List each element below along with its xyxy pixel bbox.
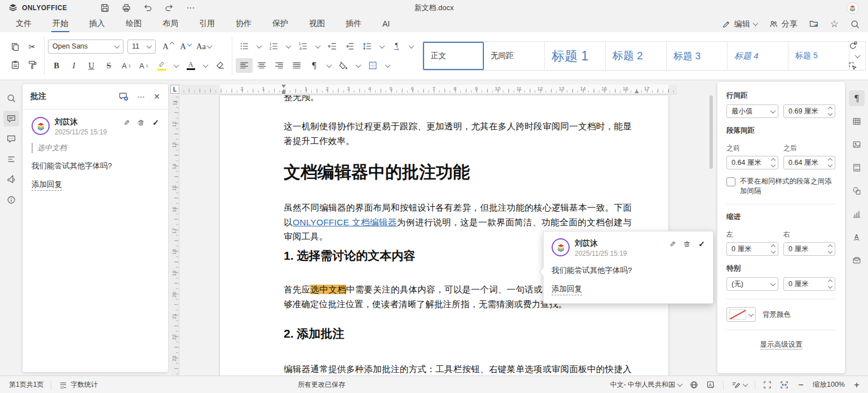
tab-view[interactable]: 视图 <box>308 16 326 32</box>
checkbox[interactable] <box>726 177 735 186</box>
subscript-button[interactable]: A1 <box>135 58 152 73</box>
navigation-panel-button[interactable] <box>3 151 19 167</box>
bold-button[interactable]: B <box>48 58 65 73</box>
paragraph-settings-button[interactable]: ¶ <box>849 90 865 106</box>
line-spacing-dropdown[interactable] <box>376 39 387 54</box>
user-avatar[interactable] <box>847 3 858 14</box>
align-center-button[interactable] <box>253 58 270 73</box>
open-file-location-button[interactable] <box>809 19 819 29</box>
tab-insert[interactable]: 插入 <box>88 16 106 32</box>
redo-button[interactable] <box>162 2 176 14</box>
tab-ai[interactable]: AI <box>381 16 391 32</box>
fit-width-button[interactable] <box>779 380 789 390</box>
line-spacing-select[interactable]: 最小值 <box>726 104 778 118</box>
page-indicator[interactable]: 第1页共1页 <box>9 380 43 390</box>
style-heading1[interactable]: 标题 1 <box>545 42 606 70</box>
resolve-comment-button[interactable]: ✓ <box>698 239 705 248</box>
spinner-down-icon[interactable] <box>828 249 832 254</box>
favorite-button[interactable]: ☆ <box>830 18 839 30</box>
line-spacing-button[interactable] <box>359 39 376 54</box>
image-settings-button[interactable] <box>849 137 865 152</box>
comments-more-button[interactable]: ⋯ <box>137 92 145 101</box>
show-paragraph-marks-button[interactable]: ¶ <box>306 58 323 73</box>
highlight-color-dropdown[interactable] <box>170 58 182 73</box>
scrollbar-thumb[interactable] <box>710 95 713 169</box>
header-footer-settings-button[interactable] <box>849 160 865 176</box>
set-language-button[interactable] <box>689 380 699 390</box>
special-indent-select[interactable]: (无) <box>726 277 778 291</box>
zoom-out-button[interactable]: − <box>796 380 805 390</box>
shading-dropdown[interactable] <box>353 58 364 73</box>
font-size-select[interactable]: 11 <box>127 40 156 54</box>
align-left-button[interactable] <box>236 58 253 73</box>
superscript-button[interactable]: A1 <box>118 58 135 73</box>
text-art-settings-button[interactable]: A <box>849 229 865 245</box>
style-heading5[interactable]: 标题 5 <box>788 42 849 70</box>
bullet-list-button[interactable] <box>236 39 253 54</box>
editing-mode-button[interactable]: 编辑 <box>722 19 757 29</box>
paragraph-marks-dropdown[interactable] <box>323 58 334 73</box>
tab-draw[interactable]: 绘图 <box>125 16 143 32</box>
undo-button[interactable] <box>141 2 155 14</box>
increase-indent-button[interactable] <box>341 39 358 54</box>
increase-font-size-button[interactable]: A <box>160 39 177 54</box>
tab-layout[interactable]: 布局 <box>161 16 179 32</box>
print-button[interactable] <box>120 2 133 14</box>
tab-file[interactable]: 文件 <box>15 16 33 32</box>
style-heading3[interactable]: 标题 3 <box>667 42 728 70</box>
font-name-select[interactable]: Open Sans <box>48 40 124 54</box>
left-indent-box-marker[interactable] <box>282 92 285 94</box>
paste-button[interactable] <box>7 58 24 72</box>
line-spacing-value-spinner[interactable]: 0.69 厘米 <box>783 104 835 118</box>
font-color-dropdown[interactable] <box>200 58 211 73</box>
style-no-spacing[interactable]: 无间距 <box>484 42 545 70</box>
add-reply-link[interactable]: 添加回复 <box>552 284 582 295</box>
font-color-button[interactable]: A <box>182 58 199 73</box>
right-indent-marker[interactable] <box>635 90 639 93</box>
align-right-button[interactable] <box>271 58 288 73</box>
about-button[interactable] <box>3 192 19 208</box>
replace-button[interactable] <box>844 38 861 53</box>
word-count-button[interactable]: 12 字数统计 <box>59 380 98 390</box>
table-settings-button[interactable] <box>849 113 865 129</box>
multilevel-list-button[interactable]: 1a <box>294 39 311 54</box>
add-comment-button[interactable] <box>118 91 129 102</box>
commented-highlight[interactable]: 选中文档 <box>310 285 346 294</box>
comments-close-button[interactable]: ✕ <box>153 92 160 101</box>
borders-button[interactable] <box>364 58 381 73</box>
horizontal-ruler[interactable]: 211234567891011121314151617 <box>180 85 677 94</box>
track-changes-button[interactable] <box>731 380 747 390</box>
italic-button[interactable]: I <box>65 58 82 73</box>
shading-button[interactable] <box>335 58 352 73</box>
style-heading4[interactable]: 标题 4 <box>728 42 788 70</box>
comment-popup[interactable]: 刘苡沐 2025/11/25 15:19 ✎ ✓ 我们能尝试其他字体吗? 添加回… <box>543 231 713 304</box>
tab-references[interactable]: 引用 <box>198 16 216 32</box>
align-justify-button[interactable] <box>288 58 305 73</box>
copy-button[interactable] <box>7 40 24 54</box>
style-heading2[interactable]: 标题 2 <box>606 42 667 70</box>
strikethrough-button[interactable]: S <box>100 58 117 73</box>
indent-right-spinner[interactable]: 0 厘米 <box>783 242 835 256</box>
cut-button[interactable]: ✂ <box>24 40 41 54</box>
more-actions-button[interactable]: ⋯ <box>184 2 197 14</box>
select-all-button[interactable] <box>844 59 861 73</box>
document-language-button[interactable]: 中文- 中华人民共和国 <box>610 380 682 390</box>
tab-collaboration[interactable]: 协作 <box>235 16 253 32</box>
tab-protection[interactable]: 保护 <box>271 16 289 32</box>
document-hyperlink[interactable]: ONLYOFFICE 文档编辑器 <box>293 217 397 227</box>
chart-settings-button[interactable] <box>849 206 865 222</box>
edit-comment-button[interactable]: ✎ <box>124 119 130 127</box>
spinner-down-icon[interactable] <box>771 249 776 254</box>
indent-left-spinner[interactable]: 0 厘米 <box>726 242 778 256</box>
change-case-button[interactable]: Aa <box>195 39 213 54</box>
tab-plugins[interactable]: 插件 <box>345 16 363 32</box>
comment-card[interactable]: 刘苡沐 2025/11/25 15:19 ✎ ✓ 选中文档 我们能尝试其他字体吗… <box>23 110 168 198</box>
search-panel-button[interactable] <box>3 90 19 106</box>
highlight-color-button[interactable] <box>153 58 170 73</box>
spinner-down-icon[interactable] <box>828 163 832 167</box>
clear-formatting-button[interactable] <box>212 58 228 73</box>
underline-button[interactable]: U <box>83 58 100 73</box>
special-indent-spinner[interactable]: 0 厘米 <box>783 277 835 291</box>
spinner-down-icon[interactable] <box>771 163 776 167</box>
decrease-font-size-button[interactable]: A <box>177 39 194 54</box>
